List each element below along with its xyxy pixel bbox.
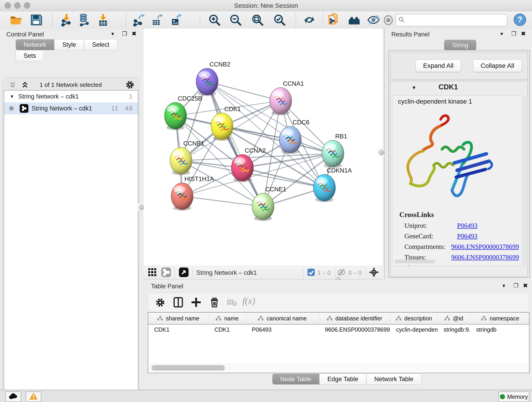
network-tree-row[interactable]: String Network – cdk111 48: [4, 102, 138, 114]
close-panel-icon[interactable]: ✖: [132, 31, 136, 37]
birds-eye-view-icon[interactable]: [179, 267, 189, 278]
clone-network-icon[interactable]: [328, 13, 341, 26]
column-header-namespace[interactable]: namespace: [470, 313, 530, 324]
float-menu-icon[interactable]: ▼: [501, 283, 506, 288]
table-cell[interactable]: cyclin-dependent ...: [390, 325, 438, 336]
network-badge-icon[interactable]: [161, 267, 171, 278]
horizontal-scrollbar[interactable]: [394, 260, 436, 263]
node-HIST1H1A[interactable]: HIST1H1A: [171, 176, 214, 211]
tab-style[interactable]: Style: [54, 39, 84, 50]
table-options-gear-icon[interactable]: [155, 297, 165, 309]
tab-select[interactable]: Select: [84, 39, 117, 50]
search-input[interactable]: [407, 17, 505, 24]
table-cell[interactable]: P06493: [246, 325, 319, 336]
gene-symbol: CDK1: [438, 83, 458, 91]
pan-crosshair-icon[interactable]: [369, 267, 379, 279]
node-CCNA1[interactable]: CCNA1: [270, 80, 304, 115]
selected-checkbox-icon[interactable]: [307, 268, 315, 277]
export-table-icon[interactable]: [150, 13, 163, 26]
column-header-name[interactable]: name: [209, 313, 246, 324]
column-header-canonical-name[interactable]: canonical name: [246, 313, 319, 324]
zoom-in-icon[interactable]: [208, 13, 221, 26]
right-splitter-handle[interactable]: [378, 148, 385, 156]
column-header-@id[interactable]: @id: [438, 313, 470, 324]
node-CCNB2[interactable]: CCNB2: [196, 61, 230, 96]
collapse-all-button[interactable]: Collapse All: [473, 60, 522, 72]
float-menu-icon[interactable]: ▼: [110, 32, 115, 37]
node-CCNB1[interactable]: CCNB1: [170, 140, 204, 175]
warnings-button[interactable]: [26, 391, 41, 402]
network-options-gear-icon[interactable]: [125, 80, 135, 90]
tab-sets[interactable]: Sets: [16, 50, 44, 61]
zoom-fit-icon[interactable]: [251, 13, 264, 26]
float-panel-icon[interactable]: ❐: [513, 282, 519, 289]
search-field[interactable]: [395, 14, 507, 26]
network-view-canvas[interactable]: CCNB2CCNA1CDC25BCDK1CDC6RB1CCNB1CCNA2CDK…: [144, 29, 383, 266]
import-network-database-icon[interactable]: [77, 13, 90, 26]
open-session-icon[interactable]: [10, 13, 22, 26]
zoom-out-icon[interactable]: [229, 13, 242, 26]
edge-HIST1H1A-CCNE1[interactable]: [182, 196, 263, 206]
tab-network-table[interactable]: Network Table: [366, 374, 422, 385]
cloud-status-button[interactable]: [6, 391, 21, 402]
memory-button[interactable]: Memory: [499, 391, 529, 402]
export-image-icon[interactable]: [170, 13, 182, 26]
show-columns-icon[interactable]: [173, 297, 184, 309]
grid-view-icon[interactable]: [148, 268, 157, 278]
float-panel-icon[interactable]: ❐: [511, 31, 516, 37]
help-icon[interactable]: ?: [513, 13, 526, 26]
node-RB1[interactable]: RB1: [322, 133, 347, 168]
hide-selected-icon[interactable]: [367, 13, 380, 26]
zoom-selected-icon[interactable]: [273, 13, 286, 26]
float-panel-icon[interactable]: ❐: [122, 31, 127, 37]
close-panel-icon[interactable]: ✖: [523, 282, 528, 289]
import-table-file-icon[interactable]: [97, 13, 109, 26]
crosslink-link[interactable]: P06493: [457, 222, 477, 230]
edge-CCNB2-CCNE1[interactable]: [207, 82, 263, 206]
scrollbar-thumb[interactable]: [152, 365, 225, 370]
save-session-icon[interactable]: [30, 13, 43, 26]
vertical-scrollbar[interactable]: [524, 96, 528, 266]
crosslink-link[interactable]: 9606.ENSP00000378699: [451, 254, 519, 261]
crosslink-link[interactable]: P06493: [457, 264, 477, 266]
tab-node-table[interactable]: Node Table: [272, 374, 319, 385]
tab-string[interactable]: String: [444, 40, 476, 51]
table-cell[interactable]: 9606.ENSP00000378699: [319, 325, 390, 336]
float-menu-icon[interactable]: ▼: [500, 32, 504, 37]
column-title: description: [404, 315, 432, 322]
column-header-description[interactable]: description: [390, 313, 438, 324]
window-title: Session: New Session: [0, 2, 532, 9]
node-label-CDC25B: CDC25B: [178, 95, 202, 102]
node-CCNE1[interactable]: CCNE1: [252, 186, 286, 221]
apply-layout-icon[interactable]: [303, 13, 316, 26]
close-panel-icon[interactable]: ✖: [521, 31, 526, 37]
crosslink-label: Pharos:: [404, 264, 457, 266]
table-cell[interactable]: CDK1: [209, 325, 246, 336]
import-network-file-icon[interactable]: [60, 13, 73, 26]
node-CDKN1A[interactable]: CDKN1A: [313, 167, 352, 202]
delete-column-icon[interactable]: [209, 297, 220, 309]
table-cell[interactable]: stringdb: [470, 325, 530, 336]
node-label-CDKN1A: CDKN1A: [327, 167, 352, 174]
attribute-icon: [481, 316, 487, 321]
column-header-database-identifier[interactable]: database identifier: [319, 313, 390, 324]
create-column-icon[interactable]: [191, 297, 202, 309]
collapse-section-icon[interactable]: ▼: [412, 85, 417, 91]
show-graphics-details-icon[interactable]: [383, 14, 394, 26]
expander-icon[interactable]: ▼: [10, 94, 14, 99]
table-cell[interactable]: CDK1: [148, 325, 209, 336]
results-panel-title: Results Panel: [391, 31, 430, 38]
tab-network[interactable]: Network: [16, 39, 54, 50]
tab-edge-table[interactable]: Edge Table: [319, 374, 366, 385]
expand-all-button[interactable]: Expand All: [416, 60, 461, 72]
column-header-shared-name[interactable]: shared name: [148, 313, 209, 324]
attribute-icon: [327, 316, 333, 321]
table-horizontal-scrollbar[interactable]: [148, 364, 528, 371]
table-cell[interactable]: stringdb:9...: [438, 325, 470, 336]
crosslink-link[interactable]: 9606.ENSP00000378699: [451, 243, 519, 250]
export-network-icon[interactable]: [132, 13, 145, 26]
network-tree-row[interactable]: ▼String Network – cdk11: [4, 90, 138, 102]
table-row[interactable]: CDK1CDK1P064939606.ENSP00000378699cyclin…: [148, 325, 529, 336]
show-all-icon[interactable]: [348, 13, 361, 26]
crosslink-link[interactable]: P06493: [457, 232, 477, 240]
